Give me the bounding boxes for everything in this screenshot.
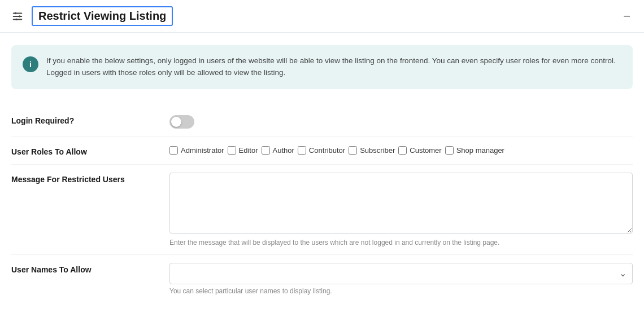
- message-textarea[interactable]: [169, 173, 633, 234]
- svg-point-3: [15, 12, 17, 14]
- checkbox-label-administrator: Administrator: [181, 146, 224, 155]
- close-button[interactable]: −: [621, 10, 633, 23]
- message-control: Enter the message that will be displayed…: [169, 173, 633, 246]
- checkbox-shop_manager[interactable]: Shop manager: [445, 146, 504, 155]
- user-roles-label: User Roles To Allow: [11, 145, 169, 156]
- header: Restrict Viewing Listing −: [0, 0, 644, 33]
- checkbox-input-subscriber[interactable]: [349, 146, 357, 155]
- user-names-control: ⌄ You can select particular user names t…: [169, 263, 633, 295]
- svg-point-5: [15, 18, 18, 20]
- message-row: Message For Restricted Users Enter the m…: [11, 165, 633, 255]
- panel: Restrict Viewing Listing − i If you enab…: [0, 0, 644, 317]
- checkbox-label-editor: Editor: [239, 146, 258, 155]
- login-required-control: [169, 114, 633, 129]
- checkbox-label-contributor: Contributor: [309, 146, 345, 155]
- info-icon: i: [23, 56, 38, 72]
- user-names-hint: You can select particular user names to …: [169, 287, 633, 295]
- checkbox-editor[interactable]: Editor: [228, 146, 258, 155]
- login-required-row: Login Required?: [11, 106, 633, 137]
- message-hint: Enter the message that will be displayed…: [169, 239, 633, 246]
- checkbox-label-subscriber: Subscriber: [360, 146, 395, 155]
- chevron-down-icon: ⌄: [619, 268, 626, 279]
- page-title: Restrict Viewing Listing: [32, 6, 173, 26]
- checkbox-input-contributor[interactable]: [298, 146, 306, 155]
- checkbox-subscriber[interactable]: Subscriber: [349, 146, 395, 155]
- checkbox-input-shop_manager[interactable]: [445, 146, 454, 155]
- checkbox-input-customer[interactable]: [398, 146, 407, 155]
- checkbox-input-author[interactable]: [262, 146, 270, 155]
- message-label: Message For Restricted Users: [11, 173, 169, 184]
- settings-icon: [11, 10, 24, 23]
- checkbox-contributor[interactable]: Contributor: [298, 146, 345, 155]
- content-area: Login Required? User Roles To Allow Admi…: [0, 100, 644, 314]
- user-roles-row: User Roles To Allow AdministratorEditorA…: [11, 137, 633, 165]
- checkbox-label-shop_manager: Shop manager: [456, 146, 504, 155]
- checkbox-administrator[interactable]: Administrator: [169, 146, 224, 155]
- checkbox-label-author: Author: [273, 146, 294, 155]
- checkbox-input-editor[interactable]: [228, 146, 236, 155]
- login-required-toggle[interactable]: [169, 115, 194, 129]
- checkbox-input-administrator[interactable]: [169, 146, 178, 155]
- user-roles-control: AdministratorEditorAuthorContributorSubs…: [169, 145, 633, 155]
- info-box: i If you enable the below settings, only…: [11, 45, 633, 89]
- info-text: If you enable the below settings, only l…: [46, 55, 621, 79]
- checkboxes-group: AdministratorEditorAuthorContributorSubs…: [169, 145, 633, 155]
- user-names-label: User Names To Allow: [11, 263, 169, 274]
- checkbox-author[interactable]: Author: [262, 146, 294, 155]
- user-names-select[interactable]: ⌄: [169, 263, 633, 284]
- checkbox-customer[interactable]: Customer: [398, 146, 441, 155]
- user-names-row: User Names To Allow ⌄ You can select par…: [11, 255, 633, 303]
- checkbox-label-customer: Customer: [410, 146, 441, 155]
- svg-point-4: [19, 15, 21, 17]
- login-required-label: Login Required?: [11, 114, 169, 125]
